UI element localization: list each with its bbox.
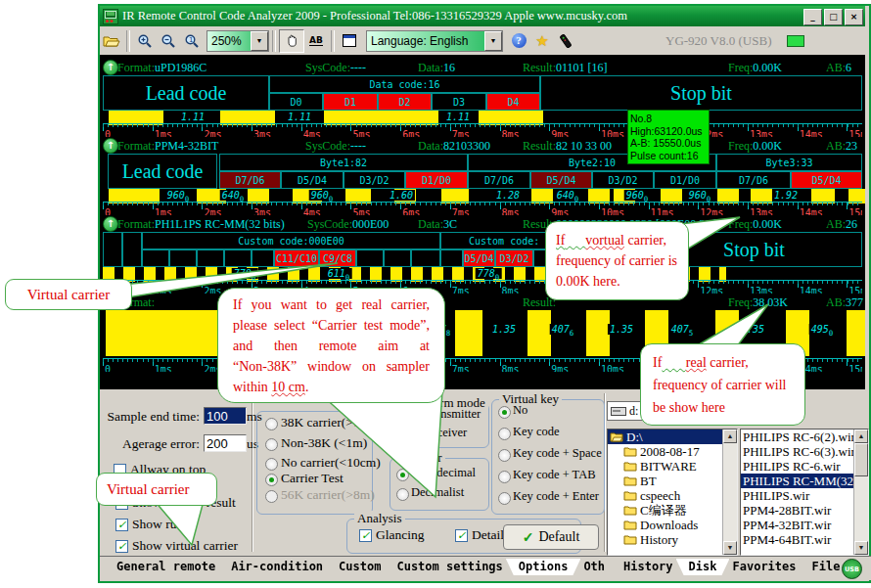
- bit-cell: D1/D0: [405, 171, 468, 189]
- zoom-in-icon: [137, 33, 153, 49]
- carrier-38k-radio[interactable]: [265, 418, 278, 430]
- sample-end-time-input[interactable]: [204, 407, 247, 425]
- screen: IR Remote Control Code Analyzer 2009 - P…: [0, 0, 871, 588]
- device-led-indicator: [787, 35, 804, 47]
- carrier-test-radio[interactable]: [265, 474, 278, 486]
- folder-item[interactable]: History: [608, 532, 737, 547]
- tab-options[interactable]: Options: [506, 559, 581, 575]
- syscode-label: SysCode:: [305, 139, 350, 153]
- app-icon: [103, 9, 118, 24]
- language-select[interactable]: Language: English ▼: [366, 30, 503, 52]
- vkey-no-radio[interactable]: [498, 406, 511, 419]
- scroll-up-arrow[interactable]: ▲: [854, 430, 868, 443]
- zoom-in-button[interactable]: [133, 30, 157, 52]
- data-value: 16: [443, 61, 455, 74]
- title-bar[interactable]: IR Remote Control Code Analyzer 2009 - P…: [100, 6, 865, 26]
- window-icon: [343, 34, 356, 47]
- ab-measure-icon: AB: [309, 35, 323, 46]
- folder-item[interactable]: Downloads: [608, 518, 737, 532]
- bit-cell: D7/D6: [716, 171, 791, 189]
- file-item[interactable]: PHILIPS RC-6(2).wir: [741, 430, 868, 444]
- carrier-non38k-radio[interactable]: [265, 438, 278, 451]
- collapse-up-icon[interactable]: ↑: [103, 138, 118, 154]
- scroll-down-arrow[interactable]: ▼: [854, 541, 868, 555]
- tab-history[interactable]: History: [611, 559, 686, 575]
- minimize-button[interactable]: _: [803, 9, 822, 25]
- zoom-level-value: 250%: [207, 34, 251, 48]
- as-receiver-radio[interactable]: [396, 429, 409, 441]
- vkey-space-radio[interactable]: [498, 449, 511, 462]
- tab-disk[interactable]: Disk: [676, 559, 730, 575]
- show-virtual-carrier-checkbox[interactable]: ✓: [115, 540, 128, 553]
- favorites-button[interactable]: ★: [530, 30, 554, 52]
- folder-item[interactable]: C编译器: [608, 503, 737, 518]
- bit-cell: D7/D6: [468, 171, 530, 189]
- vkey-keycode-radio[interactable]: [498, 428, 511, 440]
- maximize-button[interactable]: □: [824, 9, 843, 25]
- carrier-none-radio[interactable]: [265, 458, 278, 471]
- file-item[interactable]: PPM4-32BIT.wir: [741, 518, 868, 532]
- zoom-out-button[interactable]: [157, 30, 180, 52]
- dropdown-arrow-icon[interactable]: ▼: [251, 31, 268, 51]
- collapse-up-icon[interactable]: ↑: [103, 60, 118, 75]
- real-carrier-freq-callout: If real carrier, frequency of carrier wi…: [640, 343, 805, 426]
- dropdown-arrow-icon[interactable]: ▼: [484, 31, 502, 51]
- zoom-out-icon: [160, 33, 176, 49]
- remote-button[interactable]: [554, 30, 577, 52]
- number-group-title: Number: [397, 450, 445, 466]
- help-button[interactable]: ?: [507, 30, 530, 52]
- toolbar-separator: [126, 30, 130, 52]
- glancing-checkbox[interactable]: ✓: [359, 529, 372, 542]
- ab-value: 6: [846, 61, 851, 74]
- open-file-button[interactable]: [100, 30, 123, 52]
- star-icon: ★: [535, 32, 548, 50]
- zoom-level-select[interactable]: 250% ▼: [206, 30, 269, 52]
- decimalist-radio[interactable]: [396, 488, 409, 501]
- tab-custom[interactable]: Custom: [326, 559, 393, 575]
- show-ruler-checkbox[interactable]: ✓: [115, 519, 128, 531]
- file-item[interactable]: PHILIPS RC-MM(32 b: [741, 474, 868, 488]
- vkey-enter-radio[interactable]: [498, 492, 511, 505]
- folder-item[interactable]: 2008-08-17: [608, 444, 737, 459]
- file-scrollbar[interactable]: ▲ ▼: [853, 430, 868, 555]
- as-transmitter-radio[interactable]: [396, 410, 409, 423]
- zoom-actual-button[interactable]: 1: [180, 30, 204, 52]
- scroll-up-arrow[interactable]: ▲: [723, 430, 737, 443]
- close-button[interactable]: ×: [845, 9, 863, 25]
- folder-item[interactable]: BT: [608, 474, 737, 488]
- tab-air-condition[interactable]: Air-condition: [218, 559, 336, 575]
- folder-icon: [623, 490, 637, 501]
- file-item[interactable]: PHILIPS RC-6.wir: [741, 459, 868, 474]
- folder-item[interactable]: BITWARE: [608, 459, 737, 474]
- bit-cell: C11/C10: [274, 249, 319, 267]
- hexadecimal-radio[interactable]: [396, 469, 409, 481]
- bit-cell: D3: [432, 93, 486, 111]
- folder-item[interactable]: cspeech: [608, 488, 737, 503]
- svg-text:1: 1: [189, 36, 193, 44]
- ab-measure-button[interactable]: AB: [304, 30, 328, 52]
- tab-favorites[interactable]: Favorites: [719, 559, 808, 575]
- carrier-56k-radio[interactable]: [265, 490, 278, 503]
- scroll-down-arrow[interactable]: ▼: [723, 541, 737, 555]
- average-error-input[interactable]: [204, 434, 247, 452]
- vkey-space-label: Key code + Space: [513, 446, 602, 461]
- tab-custom-settings[interactable]: Custom settings: [384, 559, 515, 575]
- detailed-checkbox[interactable]: ✓: [455, 529, 468, 542]
- signal-panel-upd1986c: ↑ Format:uPD1986C SysCode:---- Data:16 R…: [100, 59, 865, 137]
- vkey-tab-radio[interactable]: [498, 471, 511, 483]
- pan-tool-button[interactable]: [279, 29, 304, 53]
- folder-item[interactable]: D:\: [608, 430, 737, 444]
- scrollbar-thumb[interactable]: [854, 443, 868, 476]
- window-view-button[interactable]: [338, 30, 361, 52]
- bit-cell: [252, 249, 274, 267]
- result-value: 01101 [16]: [556, 61, 608, 74]
- file-item[interactable]: PHILIPS.wir: [741, 488, 868, 503]
- file-item[interactable]: PHILIPS RC-6(3).wir: [741, 444, 868, 459]
- folder-scrollbar[interactable]: ▲ ▼: [722, 430, 737, 555]
- collapse-up-icon[interactable]: ↑: [103, 216, 118, 232]
- file-item[interactable]: PPM4-64BIT.wir: [741, 532, 868, 547]
- as-transmitter-label: As transmitter: [411, 407, 481, 422]
- default-button[interactable]: ✓ Default: [503, 524, 599, 550]
- file-item[interactable]: PPM4-28BIT.wir: [741, 503, 868, 518]
- tab-general-remote[interactable]: General remote: [104, 559, 228, 575]
